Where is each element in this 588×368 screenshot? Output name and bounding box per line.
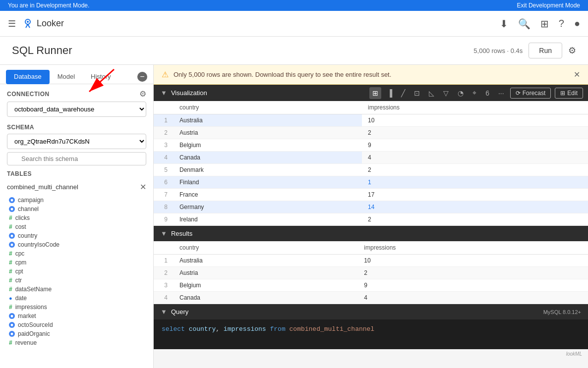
visualization-toggle[interactable]: ▼ Visualization — [154, 85, 364, 101]
schema-header: Schema — [7, 124, 146, 131]
connection-select[interactable]: octoboard_data_warehouse — [7, 102, 146, 117]
forecast-button[interactable]: ⟳ Forecast — [510, 88, 551, 99]
list-item[interactable]: #cost — [7, 222, 146, 231]
run-button[interactable]: Run — [529, 43, 562, 58]
results-row-num: 4 — [154, 292, 174, 304]
schema-label: Schema — [7, 124, 34, 131]
results-col-country: country — [174, 241, 358, 255]
field-name: country — [18, 232, 37, 239]
tables-section: Tables combined_multi_channel ✕ ■campaig… — [0, 170, 153, 352]
results-toggle[interactable]: ▼ Results — [154, 226, 588, 241]
list-item[interactable]: #cpc — [7, 249, 146, 258]
warning-icon: ⚠ — [162, 70, 169, 79]
results-row-impressions: 10 — [358, 255, 588, 267]
dim-icon: ■ — [9, 197, 15, 203]
tables-label: Tables — [7, 170, 32, 177]
connection-header: CONNECTION ⚙ — [7, 89, 146, 99]
hamburger-icon[interactable]: ☰ — [8, 18, 16, 29]
viz-row-country: Canada — [174, 152, 362, 164]
edit-button[interactable]: ⊞ Edit — [555, 88, 583, 99]
list-item[interactable]: ■campaign — [7, 196, 146, 205]
results-col-impressions: impressions — [358, 241, 588, 255]
results-row-num: 3 — [154, 279, 174, 292]
dim-icon: ■ — [9, 206, 15, 212]
field-list: ■campaign ■channel #clicks #cost ■countr… — [7, 196, 146, 347]
list-item[interactable]: ■country — [7, 231, 146, 240]
hash-icon: # — [9, 277, 12, 284]
list-item[interactable]: ■countryIsoCode — [7, 240, 146, 249]
area-chart-icon[interactable]: ◺ — [426, 87, 437, 99]
tab-database[interactable]: Database — [6, 70, 50, 84]
exit-dev-mode-button[interactable]: Exit Development Mode — [517, 2, 580, 9]
results-row-num: 1 — [154, 255, 174, 267]
user-avatar-icon[interactable]: ● — [574, 18, 580, 29]
list-item[interactable]: #cpm — [7, 258, 146, 267]
tab-history[interactable]: History — [83, 70, 118, 84]
viz-row-country: Finland — [174, 176, 362, 189]
viz-row-impressions: 4 — [362, 152, 588, 164]
settings-icon[interactable]: ⚙ — [568, 45, 576, 56]
list-item[interactable]: ■market — [7, 312, 146, 320]
list-item[interactable]: ■paidOrganic — [7, 329, 146, 338]
viz-chevron-icon: ▼ — [161, 89, 167, 97]
list-item[interactable]: #ctr — [7, 276, 146, 285]
dim-icon: ■ — [9, 331, 15, 337]
grid-icon[interactable]: ⊞ — [540, 18, 549, 30]
help-icon[interactable]: ? — [559, 18, 564, 29]
results-table: country impressions 1 Australia 10 2 Aus… — [154, 241, 588, 304]
warning-close-button[interactable]: ✕ — [574, 70, 580, 79]
list-item[interactable]: #dataSetName — [7, 285, 146, 294]
field-name: revenue — [15, 339, 37, 346]
pie-icon[interactable]: ◔ — [455, 87, 467, 99]
results-row-country: Belgium — [174, 279, 358, 292]
viz-row-country: Austria — [174, 127, 362, 139]
col-header-country: country — [174, 101, 362, 114]
table-group-name: combined_multi_channel — [7, 183, 78, 191]
dim-icon: ■ — [9, 322, 15, 328]
schema-select[interactable]: org_zQtraeRdn7u7CKdsN — [7, 134, 146, 149]
viz-row-impressions: 14 — [362, 201, 588, 213]
connection-settings-icon[interactable]: ⚙ — [139, 89, 146, 99]
connection-section: CONNECTION ⚙ octoboard_data_warehouse — [0, 84, 153, 122]
query-section: ▼ Query MySQL 8.0.12+ select country, im… — [154, 304, 588, 359]
field-name: ctr — [15, 277, 22, 284]
viz-row-impressions: 2 — [362, 213, 588, 226]
svg-point-1 — [27, 21, 29, 23]
list-item[interactable]: ●date — [7, 294, 146, 303]
search-schema-input[interactable] — [7, 152, 146, 165]
list-item[interactable]: ■channel — [7, 205, 146, 213]
dev-banner-message: You are in Development Mode. — [8, 2, 89, 9]
list-item[interactable]: #cpt — [7, 267, 146, 276]
table-close-button[interactable]: ✕ — [140, 182, 146, 192]
field-name: market — [18, 313, 36, 319]
scatter-icon[interactable]: ⊡ — [411, 87, 423, 99]
tab-model[interactable]: Model — [50, 70, 83, 84]
list-item[interactable]: ■octoSourceId — [7, 320, 146, 329]
viz-row-num: 5 — [154, 164, 174, 176]
rows-info: 5,000 rows · 0.4s — [473, 47, 523, 54]
list-item[interactable]: #impressions — [7, 303, 146, 312]
funnel-icon[interactable]: ▽ — [440, 87, 452, 99]
download-icon[interactable]: ⬇ — [500, 18, 508, 30]
schema-section: Schema org_zQtraeRdn7u7CKdsN 🔍 — [0, 122, 153, 170]
hash-icon: # — [9, 304, 12, 311]
results-row-country: Austria — [174, 267, 358, 279]
query-toggle[interactable]: ▼ Query MySQL 8.0.12+ — [154, 304, 588, 319]
more-icon[interactable]: ··· — [495, 87, 507, 99]
field-name: octoSourceId — [18, 321, 53, 328]
number-icon[interactable]: 6 — [482, 87, 492, 99]
query-editor[interactable]: select country, impressions from combine… — [154, 319, 588, 349]
line-chart-icon[interactable]: ╱ — [398, 87, 408, 99]
list-item[interactable]: #revenue — [7, 338, 146, 347]
search-icon[interactable]: 🔍 — [518, 18, 530, 30]
bar-chart-icon[interactable]: ▐ — [384, 87, 395, 99]
viz-row-country: Ireland — [174, 213, 362, 226]
page-title: SQL Runner — [12, 44, 72, 57]
query-select-keyword: select — [162, 325, 185, 333]
collapse-sidebar-button[interactable]: − — [137, 72, 147, 82]
list-item[interactable]: #clicks — [7, 213, 146, 222]
visualization-section: ▼ Visualization ⊞ ▐ ╱ ⊡ ◺ ▽ ◔ ⌖ 6 ··· — [154, 85, 588, 226]
map-icon[interactable]: ⌖ — [470, 87, 479, 99]
table-view-icon[interactable]: ⊞ — [369, 87, 381, 99]
viz-row-num: 9 — [154, 213, 174, 226]
